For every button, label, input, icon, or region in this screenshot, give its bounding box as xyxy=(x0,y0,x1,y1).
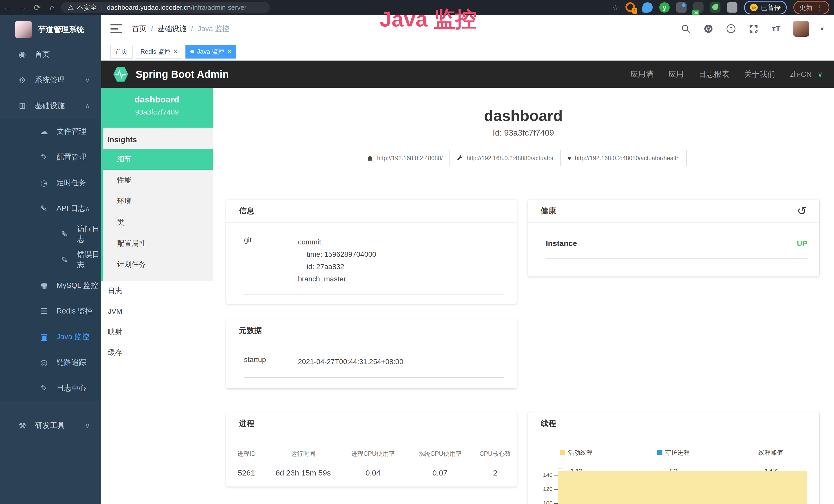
sba-app-name: dashboard xyxy=(101,94,213,105)
endpoint-health-url[interactable]: ♥ http://192.168.0.2:48080/actuator/heal… xyxy=(561,150,686,166)
process-card-title: 进程 xyxy=(226,412,517,435)
hamburger-icon[interactable] xyxy=(110,24,122,33)
tab-redis[interactable]: Redis 监控 × xyxy=(136,45,182,59)
tab-home[interactable]: 首页 xyxy=(110,45,133,59)
git-id-line: id: 27aa832 xyxy=(298,260,376,273)
browser-menu-dots-icon[interactable]: ⋮ xyxy=(816,3,824,12)
font-size-icon[interactable]: тT xyxy=(771,23,782,35)
sba-item-mappings[interactable]: 映射 xyxy=(101,322,213,342)
layers-icon: ☰ xyxy=(38,306,50,316)
info-key: git xyxy=(244,236,298,285)
heartbeat-icon: ♥ xyxy=(567,154,571,162)
sba-nav: 应用墙 应用 日志报表 关于我们 zh-CN ∨ xyxy=(630,69,823,79)
sidebar-item-home[interactable]: ◉ 首页 xyxy=(0,42,101,67)
spring-boot-admin-logo-icon xyxy=(112,66,129,83)
sidebar-item-file[interactable]: ☁ 文件管理 xyxy=(0,119,101,144)
header-actions: ? тT ▾ xyxy=(680,21,834,37)
sba-item-logging[interactable]: 日志 xyxy=(101,281,213,301)
fullscreen-icon[interactable] xyxy=(748,23,759,35)
instance-id-line: Id: 93a3fc7f7409 xyxy=(213,128,834,138)
ytick-140: 140 xyxy=(536,472,552,478)
sidebar-item-label: 基础设施 xyxy=(35,101,65,111)
info-value: commit: time: 1596289704000 id: 27aa832 … xyxy=(298,236,376,285)
breadcrumb-infra[interactable]: 基础设施 xyxy=(158,24,186,33)
sidebar-item-trace[interactable]: ◎ 链路追踪 xyxy=(0,350,101,375)
breadcrumb-home[interactable]: 首页 xyxy=(132,24,147,33)
breadcrumb-separator: / xyxy=(191,25,193,33)
extension-dark-icon[interactable]: on xyxy=(693,2,704,13)
sba-item-scheduled[interactable]: 计划任务 xyxy=(101,254,213,275)
val-pid: 5261 xyxy=(226,468,267,477)
update-label: 更新 xyxy=(799,3,813,12)
bookmark-star-icon[interactable]: ☆ xyxy=(612,3,619,12)
home-icon[interactable]: ⌂ xyxy=(45,3,60,12)
sba-item-classes[interactable]: 类 xyxy=(101,212,213,233)
sba-item-env[interactable]: 环境 xyxy=(101,191,213,212)
history-icon[interactable]: ↺ xyxy=(797,204,807,217)
log-edit-icon: ✎ xyxy=(59,255,70,265)
sba-item-caches[interactable]: 缓存 xyxy=(101,342,213,363)
sba-nav-journal[interactable]: 日志报表 xyxy=(698,69,729,79)
app-logo[interactable]: 芋道管理系统 xyxy=(0,15,101,42)
sba-item-jvm[interactable]: JVM xyxy=(101,301,213,322)
git-commit-line: commit: xyxy=(298,236,376,248)
sidebar-item-errorlog[interactable]: ✎ 错误日志 xyxy=(0,247,101,273)
extensions-puzzle-icon[interactable] xyxy=(727,2,738,13)
metadata-value: 2021-04-27T00:44:31.254+08:00 xyxy=(298,356,403,368)
sidebar-item-devtools[interactable]: ⚒ 研发工具 ∨ xyxy=(0,413,101,438)
sidebar-item-label: 访问日志 xyxy=(77,224,101,245)
sba-item-configprops[interactable]: 配置属性 xyxy=(101,233,213,254)
close-icon[interactable]: × xyxy=(227,48,231,55)
sidebar-item-mysql[interactable]: ▦ MySQL 监控 xyxy=(0,273,101,298)
info-card-title: 信息 xyxy=(226,200,517,223)
sba-sidebar: dashboard 93a3fc7f7409 Insights 细节 性能 环境… xyxy=(101,88,213,504)
sba-item-metrics[interactable]: 性能 xyxy=(101,170,213,191)
extension-orange-icon[interactable]: 1 xyxy=(626,2,636,13)
infra-submenu: ☁ 文件管理 ✎ 配置管理 ◷ 定时任务 ✎ API 日志 ∧ ✎ 访问日志 ✎ xyxy=(0,119,101,401)
forward-icon[interactable]: → xyxy=(15,3,30,12)
sba-main: dashboard Id: 93a3fc7f7409 http://192.16… xyxy=(213,88,834,504)
close-icon[interactable]: × xyxy=(174,48,177,55)
endpoint-service-url[interactable]: http://192.168.0.2:48080/ xyxy=(360,150,450,166)
reload-icon[interactable]: ⟳ xyxy=(30,3,45,12)
sba-item-details[interactable]: 细节 xyxy=(101,148,213,170)
sba-nav-applications[interactable]: 应用 xyxy=(668,69,683,79)
caret-down-icon[interactable]: ▾ xyxy=(820,25,824,33)
sidebar-item-job[interactable]: ◷ 定时任务 xyxy=(0,170,101,196)
avatar[interactable] xyxy=(793,21,809,37)
sidebar-item-accesslog[interactable]: ✎ 访问日志 xyxy=(0,221,101,247)
search-icon[interactable] xyxy=(680,23,692,35)
address-bar[interactable]: ⚠ 不安全 | dashboard.yudao.iocoder.cn/infra… xyxy=(61,2,270,13)
sba-app-header[interactable]: dashboard 93a3fc7f7409 xyxy=(101,88,213,128)
threads-card: 线程 活动线程 守护进程 线程峰值 143 53 147 140 120 10 xyxy=(528,412,819,504)
not-secure-warning-icon: ⚠ xyxy=(68,4,74,12)
sidebar-item-system[interactable]: ⚙ 系统管理 ∨ xyxy=(0,67,101,93)
sidebar-item-infra[interactable]: ⊞ 基础设施 ∧ xyxy=(0,93,101,119)
back-icon[interactable]: ← xyxy=(0,3,15,12)
extension-pin-icon[interactable] xyxy=(642,2,653,13)
extension-green-circle-icon[interactable]: y xyxy=(659,2,670,13)
metadata-card: 元数据 startup 2021-04-27T00:44:31.254+08:0… xyxy=(226,319,517,388)
sidebar-item-apilog[interactable]: ✎ API 日志 ∧ xyxy=(0,196,101,221)
not-secure-label[interactable]: 不安全 xyxy=(77,3,97,12)
endpoint-actuator-url[interactable]: http://192.168.0.2:48080/actuator xyxy=(449,150,561,166)
paused-badge[interactable]: ☺ 已暂停 xyxy=(744,1,787,15)
extension-leaf-icon[interactable] xyxy=(710,2,721,13)
sba-nav-about[interactable]: 关于我们 xyxy=(744,69,775,79)
locale-chevron-down-icon[interactable]: ∨ xyxy=(817,70,823,78)
url-path: /infra/admin-server xyxy=(191,4,247,12)
github-icon[interactable] xyxy=(703,23,714,35)
help-icon[interactable]: ? xyxy=(725,23,737,35)
sba-brand[interactable]: Spring Boot Admin xyxy=(136,69,229,80)
sidebar-item-java[interactable]: ▣ Java 监控 xyxy=(0,324,101,350)
tab-java[interactable]: Java 监控 × xyxy=(185,45,236,59)
update-button[interactable]: 更新 ⋮ xyxy=(793,1,829,15)
extension-grid-icon[interactable] xyxy=(676,2,686,13)
sba-locale-select[interactable]: zh-CN xyxy=(790,70,812,78)
sidebar-item-label: 系统管理 xyxy=(35,75,65,85)
sidebar-item-redis[interactable]: ☰ Redis 监控 xyxy=(0,298,101,324)
sidebar-item-logcenter[interactable]: ✎ 日志中心 xyxy=(0,375,101,401)
screen: ← → ⟳ ⌂ ⚠ 不安全 | dashboard.yudao.iocoder.… xyxy=(0,0,834,504)
sba-nav-wallboard[interactable]: 应用墙 xyxy=(630,69,653,79)
sidebar-item-config[interactable]: ✎ 配置管理 xyxy=(0,144,101,170)
